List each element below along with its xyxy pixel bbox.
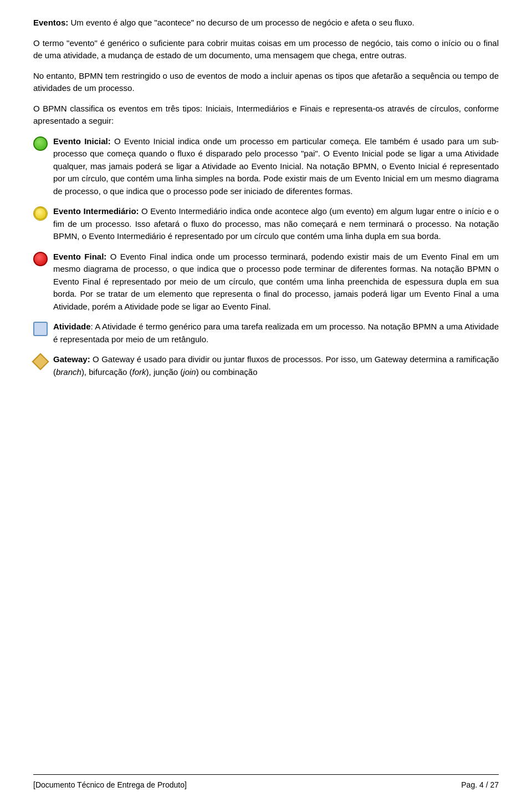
page-footer: [Documento Técnico de Entrega de Produto… — [33, 774, 499, 791]
atividade-row: Atividade: A Atividade é termo genérico … — [33, 321, 499, 346]
evento-final-text-block: Evento Final: O Evento Final indica onde… — [53, 251, 499, 313]
footer-left: [Documento Técnico de Entrega de Produto… — [33, 779, 187, 791]
evento-final-body: O Evento Final indica onde um processo t… — [53, 252, 499, 311]
evento-inicial-label: Evento Inicial: — [53, 136, 111, 146]
gateway-fork-text: fork — [132, 367, 146, 377]
evento-inicial-body: O Evento Inicial indica onde um processo… — [53, 136, 499, 196]
para-termo: O termo "evento" é genérico o suficiente… — [33, 37, 499, 62]
gateway-fork-label: ), bifurcação ( — [81, 367, 132, 377]
eventos-label: Eventos: — [33, 18, 68, 27]
gateway-row: Gateway: O Gateway é usado para dividir … — [33, 353, 499, 378]
gateway-join-text: join — [183, 367, 196, 377]
para-eventos-text: Um evento é algo que "acontece" no decur… — [68, 18, 414, 27]
evento-intermediario-label: Evento Intermediário: — [53, 206, 139, 216]
evento-inicial-text-block: Evento Inicial: O Evento Inicial indica … — [53, 135, 499, 198]
evento-final-label: Evento Final: — [53, 252, 106, 261]
atividade-bold-label: Atividade — [53, 322, 91, 331]
evento-inicial-row: Evento Inicial: O Evento Inicial indica … — [33, 135, 499, 198]
evento-final-row: Evento Final: O Evento Final indica onde… — [33, 251, 499, 313]
evento-inicial-icon — [33, 136, 48, 151]
main-content: Eventos: Um evento é algo que "acontece"… — [33, 17, 499, 763]
atividade-icon — [33, 322, 48, 336]
page: Eventos: Um evento é algo que "acontece"… — [0, 0, 532, 802]
para-bpmn-restringido: No entanto, BPMN tem restringido o uso d… — [33, 70, 499, 95]
evento-intermediario-icon — [33, 206, 48, 221]
footer-right: Pag. 4 / 27 — [461, 779, 499, 791]
gateway-join-label: ), junção ( — [146, 367, 183, 377]
gateway-label: Gateway: — [53, 354, 90, 364]
para-classifica: O BPMN classifica os eventos em três tip… — [33, 103, 499, 128]
atividade-body: : A Atividade é termo genérico para uma … — [53, 322, 499, 344]
atividade-text-block: Atividade: A Atividade é termo genérico … — [53, 321, 499, 346]
evento-final-icon — [33, 252, 48, 266]
para-eventos: Eventos: Um evento é algo que "acontece"… — [33, 17, 499, 29]
gateway-icon — [33, 354, 48, 369]
evento-intermediario-text-block: Evento Intermediário: O Evento Intermedi… — [53, 205, 499, 243]
gateway-branch-text: branch — [56, 367, 81, 377]
evento-intermediario-row: Evento Intermediário: O Evento Intermedi… — [33, 205, 499, 243]
gateway-end-text: ) ou combinação — [196, 367, 258, 377]
gateway-text-block: Gateway: O Gateway é usado para dividir … — [53, 353, 499, 378]
